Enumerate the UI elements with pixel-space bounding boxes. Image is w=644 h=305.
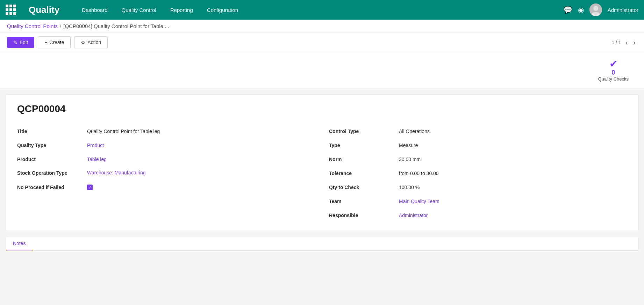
toolbar: ✎ Edit + Create ⚙ Action 1 / 1 ‹ ›: [0, 33, 644, 52]
type-field-row: Type Measure: [329, 138, 627, 152]
team-field-row: Team Main Quality Team: [329, 194, 627, 208]
pagination-next[interactable]: ›: [632, 39, 637, 47]
edit-label: Edit: [20, 40, 28, 45]
control-type-label: Control Type: [329, 129, 399, 134]
no-proceed-if-failed-field-row: No Proceed if Failed ✓: [17, 180, 315, 194]
norm-value: 30.00 mm: [399, 157, 627, 162]
product-label: Product: [17, 157, 87, 162]
nav-item-quality-control[interactable]: Quality Control: [116, 4, 162, 16]
nav-item-reporting[interactable]: Reporting: [165, 4, 199, 16]
team-label: Team: [329, 199, 399, 204]
stock-operation-type-field-row: Stock Operation Type Warehouse: Manufact…: [17, 166, 315, 180]
norm-field-row: Norm 30.00 mm: [329, 152, 627, 166]
plus-icon: +: [44, 40, 47, 45]
quality-checks-checkmark-icon: ✔: [609, 59, 617, 69]
form-fields: Title Quality Control Point for Table le…: [17, 124, 627, 222]
topnav-right-area: 💬 ◉ Administrator: [564, 4, 638, 16]
main-menu: Dashboard Quality Control Reporting Conf…: [76, 4, 555, 16]
pagination-text: 1 / 1: [611, 40, 621, 45]
action-label: Action: [87, 40, 101, 45]
pagination-control: 1 / 1 ‹ ›: [611, 39, 637, 47]
breadcrumb-parent[interactable]: Quality Control Points: [7, 23, 58, 29]
qty-to-check-field-row: Qty to Check 100.00 %: [329, 180, 627, 194]
team-value[interactable]: Main Quality Team: [399, 199, 627, 204]
stock-operation-type-label: Stock Operation Type: [17, 170, 87, 176]
smart-buttons-bar: ✔ 0 Quality Checks: [0, 52, 644, 89]
form-card: QCP00004 Title Quality Control Point for…: [6, 95, 638, 231]
chat-icon[interactable]: 💬: [564, 6, 572, 14]
title-field-label: Title: [17, 129, 87, 134]
breadcrumb-separator: /: [60, 23, 61, 29]
nav-item-dashboard[interactable]: Dashboard: [76, 4, 113, 16]
edit-button[interactable]: ✎ Edit: [7, 37, 34, 48]
tab-bar: Notes: [6, 237, 638, 251]
qty-to-check-label: Qty to Check: [329, 185, 399, 190]
edit-icon: ✎: [13, 40, 17, 45]
type-value: Measure: [399, 143, 627, 148]
quality-checks-count: 0: [611, 69, 615, 76]
tab-notes[interactable]: Notes: [6, 237, 33, 250]
control-type-field-row: Control Type All Operations: [329, 124, 627, 138]
responsible-field-row: Responsible Administrator: [329, 208, 627, 222]
form-record-id: QCP00004: [17, 103, 627, 115]
pagination-prev[interactable]: ‹: [624, 39, 629, 47]
apps-grid-icon[interactable]: [6, 5, 16, 15]
fields-right: Control Type All Operations Type Measure…: [329, 124, 627, 222]
control-type-value: All Operations: [399, 129, 627, 134]
gear-icon: ⚙: [81, 40, 85, 45]
user-name[interactable]: Administrator: [608, 7, 638, 13]
responsible-label: Responsible: [329, 213, 399, 218]
tolerance-field-row: Tolerance from 0.00 to 30.00: [329, 166, 627, 180]
breadcrumb-current: [QCP00004] Quality Control Point for Tab…: [63, 23, 169, 29]
no-proceed-if-failed-checkbox[interactable]: ✓: [87, 185, 93, 190]
qty-to-check-value: 100.00 %: [399, 185, 627, 190]
norm-label: Norm: [329, 157, 399, 162]
type-label: Type: [329, 143, 399, 148]
svg-point-1: [593, 6, 598, 11]
responsible-value[interactable]: Administrator: [399, 213, 627, 218]
clock-icon[interactable]: ◉: [578, 6, 584, 14]
stock-operation-type-value[interactable]: Warehouse: Manufacturing: [87, 170, 315, 175]
tolerance-label: Tolerance: [329, 171, 399, 176]
app-logo[interactable]: Quality: [29, 5, 59, 15]
quality-type-value[interactable]: Product: [87, 143, 315, 148]
create-label: Create: [49, 40, 64, 45]
main-content: ✔ 0 Quality Checks QCP00004 Title Qualit…: [0, 52, 644, 251]
fields-left: Title Quality Control Point for Table le…: [17, 124, 315, 222]
action-button[interactable]: ⚙ Action: [74, 36, 108, 48]
nav-item-configuration[interactable]: Configuration: [201, 4, 244, 16]
product-field-row: Product Table leg: [17, 152, 315, 166]
bottom-tab-area: Notes: [6, 237, 638, 251]
top-navigation: Quality Dashboard Quality Control Report…: [0, 0, 644, 20]
title-field-row: Title Quality Control Point for Table le…: [17, 124, 315, 138]
tolerance-value: from 0.00 to 30.00: [399, 171, 627, 176]
create-button[interactable]: + Create: [38, 36, 71, 48]
breadcrumb: Quality Control Points / [QCP00004] Qual…: [0, 20, 644, 33]
product-value[interactable]: Table leg: [87, 157, 315, 162]
quality-type-label: Quality Type: [17, 143, 87, 148]
quality-type-field-row: Quality Type Product: [17, 138, 315, 152]
title-field-value: Quality Control Point for Table leg: [87, 129, 315, 134]
quality-checks-label: Quality Checks: [598, 76, 629, 82]
quality-checks-smart-button[interactable]: ✔ 0 Quality Checks: [590, 56, 637, 84]
no-proceed-if-failed-label: No Proceed if Failed: [17, 185, 87, 190]
user-avatar[interactable]: [589, 4, 602, 16]
